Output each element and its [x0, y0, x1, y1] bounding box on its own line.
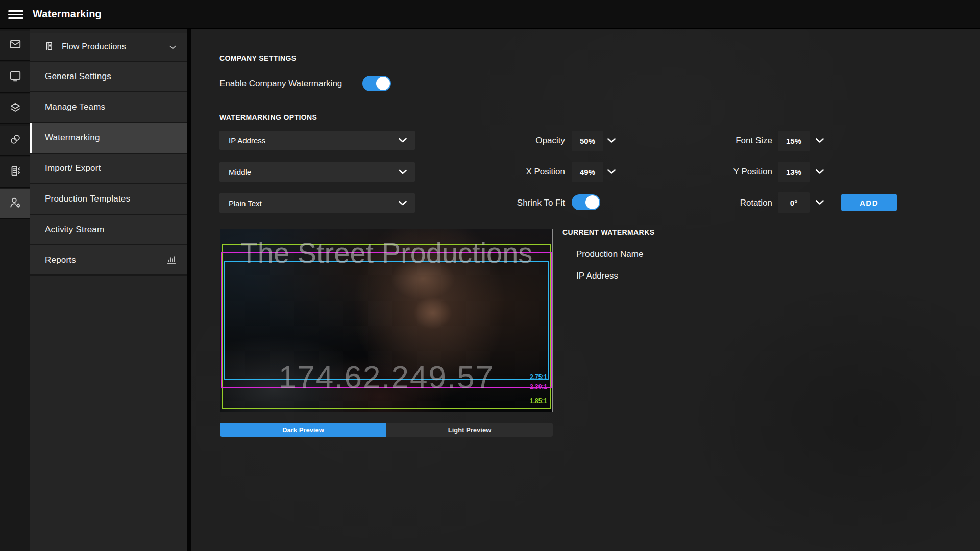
user-settings-icon — [9, 196, 22, 211]
sidebar-main-divider — [187, 29, 191, 551]
rail-item-user-settings[interactable] — [0, 189, 30, 219]
sidebar-item-import-export[interactable]: Import/ Export — [30, 154, 187, 184]
current-watermark-ip-address[interactable]: IP Address — [576, 271, 618, 281]
rail-item-server-code[interactable] — [0, 157, 30, 188]
watermark-ip-text: 174.62.249.57 — [220, 357, 552, 397]
x-position-label: X Position — [480, 167, 565, 177]
x-position-value[interactable]: 49% — [572, 162, 603, 182]
server-code-icon — [9, 164, 22, 180]
opacity-label: Opacity — [480, 136, 565, 146]
dropdown-value: Plain Text — [229, 199, 262, 208]
chevron-down-icon — [399, 138, 407, 143]
aspect-label-275: 2.75:1 — [530, 373, 547, 381]
toggle-knob — [376, 77, 390, 90]
building-icon — [43, 40, 55, 54]
shrink-to-fit-label: Shrink To Fit — [454, 198, 565, 208]
rotation-chevron-down-icon[interactable] — [816, 200, 824, 205]
sidebar-item-manage-teams[interactable]: Manage Teams — [30, 92, 187, 123]
sidebar-item-label: Production Templates — [45, 194, 130, 204]
aspect-label-239: 2.39:1 — [530, 383, 547, 390]
font-size-label: Font Size — [687, 136, 772, 146]
dropdown-value: IP Address — [229, 136, 265, 145]
watermark-preview: The Street Productions 174.62.249.57 2.7… — [220, 229, 553, 412]
sidebar-item-general-settings[interactable]: General Settings — [30, 62, 187, 92]
rail-item-mail[interactable] — [0, 31, 30, 61]
rail-item-link[interactable] — [0, 126, 30, 156]
opacity-chevron-down-icon[interactable] — [607, 138, 616, 143]
shrink-to-fit-toggle[interactable] — [572, 194, 600, 210]
monitor-icon — [9, 69, 22, 85]
enable-watermarking-label: Enable Company Watermarking — [219, 79, 342, 89]
sidebar: Flow Productions General Settings Manage… — [30, 29, 187, 551]
dropdown-value: Middle — [229, 168, 251, 177]
y-position-label: Y Position — [687, 167, 772, 177]
sidebar-item-label: Manage Teams — [45, 102, 105, 112]
sidebar-item-label: General Settings — [45, 71, 111, 82]
position-dropdown[interactable]: Middle — [219, 162, 415, 182]
current-watermarks-heading: CURRENT WATERMARKS — [562, 228, 654, 236]
sidebar-empty-area — [30, 276, 187, 551]
layers-icon — [9, 101, 22, 116]
sidebar-item-reports[interactable]: Reports — [30, 245, 187, 276]
rotation-label: Rotation — [687, 198, 772, 208]
icon-rail — [0, 29, 30, 551]
watermark-type-dropdown[interactable]: IP Address — [219, 131, 415, 150]
link-icon — [9, 133, 22, 148]
y-position-value[interactable]: 13% — [778, 162, 810, 182]
top-bar: Watermarking — [0, 0, 980, 29]
chevron-down-icon — [399, 201, 407, 206]
selected-indicator — [30, 123, 32, 153]
font-size-value[interactable]: 15% — [778, 131, 810, 151]
sidebar-item-label: Import/ Export — [45, 163, 101, 173]
bar-chart-icon — [165, 253, 177, 267]
chevron-down-icon — [169, 42, 176, 52]
company-settings-heading: COMPANY SETTINGS — [219, 54, 297, 62]
preview-mode-tabs: Dark Preview Light Preview — [220, 423, 553, 437]
sidebar-item-watermarking[interactable]: Watermarking — [30, 123, 187, 154]
workspace-label: Flow Productions — [62, 42, 126, 52]
tab-light-preview[interactable]: Light Preview — [386, 423, 553, 437]
current-watermark-production-name[interactable]: Production Name — [576, 249, 643, 259]
page-title: Watermarking — [33, 8, 102, 20]
mail-icon — [9, 38, 22, 53]
y-position-chevron-down-icon[interactable] — [816, 169, 824, 174]
rail-item-layers[interactable] — [0, 94, 30, 124]
watermarking-options-heading: WATERMARKING OPTIONS — [219, 113, 317, 121]
font-size-chevron-down-icon[interactable] — [816, 138, 824, 143]
chevron-down-icon — [399, 170, 407, 174]
rail-item-monitor[interactable] — [0, 62, 30, 93]
toggle-knob — [585, 195, 599, 209]
sidebar-item-label: Reports — [45, 255, 76, 265]
tab-dark-preview[interactable]: Dark Preview — [220, 423, 386, 437]
sidebar-item-label: Watermarking — [45, 133, 100, 143]
rotation-value[interactable]: 0° — [778, 192, 810, 213]
hamburger-menu-icon[interactable] — [8, 8, 23, 20]
watermark-title-text: The Street Productions — [220, 235, 552, 271]
add-button[interactable]: ADD — [841, 194, 897, 211]
workspace-selector[interactable]: Flow Productions — [30, 33, 187, 62]
aspect-label-185: 1.85:1 — [530, 397, 547, 405]
text-style-dropdown[interactable]: Plain Text — [219, 193, 415, 213]
sidebar-item-activity-stream[interactable]: Activity Stream — [30, 215, 187, 245]
x-position-chevron-down-icon[interactable] — [607, 169, 616, 174]
sidebar-item-production-templates[interactable]: Production Templates — [30, 184, 187, 215]
enable-watermarking-toggle[interactable] — [362, 76, 391, 91]
sidebar-item-label: Activity Stream — [45, 224, 104, 235]
opacity-value[interactable]: 50% — [572, 131, 603, 151]
